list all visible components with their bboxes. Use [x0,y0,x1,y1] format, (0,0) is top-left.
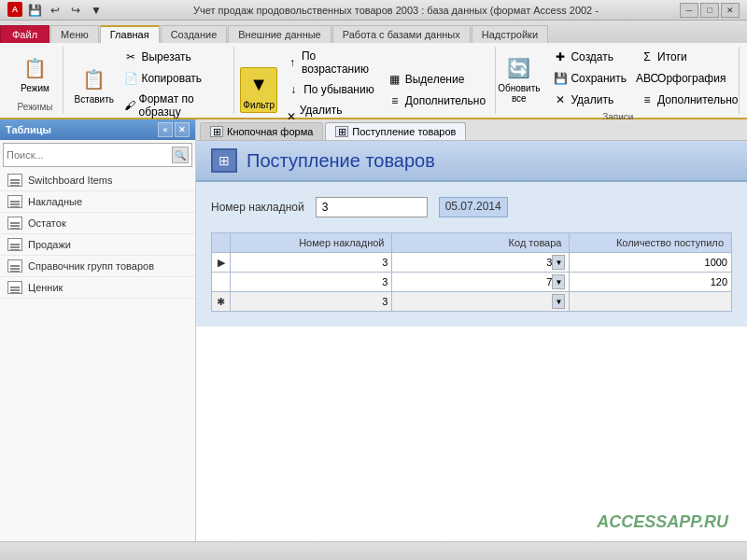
form-header: ⊞ Поступление товаров [196,141,747,182]
code-input-2[interactable] [396,276,552,287]
tab-addons[interactable]: Надстройки [472,25,548,43]
qty-input-2[interactable] [573,276,727,287]
create-icon: ✚ [553,49,568,64]
spelling-icon: АВС [640,71,655,86]
tab-switchboard[interactable]: ⊞ Кнопочная форма [200,122,323,140]
advanced-label: Дополнительно [405,94,486,107]
invoice-cell-1[interactable] [234,257,388,268]
sidebar-item-ostatok[interactable]: Остаток [0,213,195,234]
sidebar-label-switchboard: Switchboard Items [28,175,112,186]
search-button[interactable]: 🔍 [172,147,189,163]
search-input[interactable] [7,149,172,161]
invoice-cell-2[interactable] [234,276,388,287]
tab-file[interactable]: Файл [0,25,49,43]
cut-button[interactable]: ✂ Вырезать [119,47,225,67]
records-group: 🔄 Обновить все ✚ Создать 💾 Сохранить ✕ У… [498,47,740,114]
paste-button[interactable]: 📋 Вставить [73,62,115,107]
invoice-cell-new[interactable] [234,296,388,307]
col-header-invoice: Номер накладной [231,233,392,253]
save-icon: 💾 [553,71,568,86]
minimize-btn[interactable]: ─ [680,3,698,18]
code-dropdown-2: ▼ [396,274,565,289]
row-marker-new: ✱ [212,292,231,312]
sidebar-label-nakladnye: Накладные [28,196,82,207]
mode-label: Режим [21,83,49,93]
paste-label: Вставить [75,94,114,105]
sidebar-item-switchboard[interactable]: Switchboard Items [0,170,195,191]
format-label: Формат по образцу [139,92,221,119]
advanced-button[interactable]: ≡ Дополнительно [383,91,490,111]
copy-button[interactable]: 📄 Копировать [119,68,225,89]
qa-dropdown[interactable]: ▼ [88,2,105,19]
code-arrow-new[interactable]: ▼ [552,294,565,309]
filter-icon: ▼ [244,70,274,100]
invoice-input[interactable] [316,197,428,217]
qa-redo[interactable]: ↪ [67,2,84,19]
totals-icon: Σ [640,49,655,64]
tab-menu[interactable]: Меню [50,25,99,43]
title-text: Учет продаж продовольственных товаров 20… [112,5,680,16]
tab-database[interactable]: Работа с базами данных [332,25,471,43]
qa-save[interactable]: 💾 [26,2,43,19]
copy-icon: 📄 [123,71,138,86]
qty-input-new[interactable] [573,296,727,307]
sidebar-item-cennik[interactable]: Ценник [0,277,195,299]
save-record-button[interactable]: 💾 Сохранить [548,68,631,89]
tab-create[interactable]: Создание [161,25,228,43]
main-area: Таблицы « ✕ 🔍 Switchboard Items Накладны… [0,119,747,541]
format-icon: 🖌 [123,98,135,113]
tab-external[interactable]: Внешние данные [228,25,331,43]
filter-button[interactable]: ▼ Фильтр [240,67,277,113]
delete-record-button[interactable]: ✕ Удалить [548,90,631,110]
tab-postuplenie[interactable]: ⊞ Поступление товаров [325,122,466,140]
qa-undo[interactable]: ↩ [47,2,63,19]
row-marker-2 [212,273,231,292]
paste-icon: 📋 [79,64,109,94]
code-input-new[interactable] [396,296,552,307]
format-button[interactable]: 🖌 Формат по образцу [119,90,225,121]
ribbon-tabs: Файл Меню Главная Создание Внешние данны… [0,21,747,43]
mode-icon: 📋 [21,53,50,83]
date-field: 05.07.2014 [439,197,508,217]
code-arrow-1[interactable]: ▼ [552,255,565,270]
table-icon-spravochnik [7,259,22,273]
tab-label-switchboard: Кнопочная форма [227,126,313,137]
code-dropdown-1: ▼ [396,255,565,270]
table-icon-nakladnye [7,195,22,208]
tab-label-postuplenie: Поступление товаров [352,126,456,137]
refresh-icon: 🔄 [504,53,534,83]
status-bar [0,541,747,560]
title-bar: A 💾 ↩ ↪ ▼ Учет продаж продовольственных … [0,0,747,21]
qty-input-1[interactable] [573,257,727,268]
more-button[interactable]: ≡ Дополнительно [635,90,742,110]
sidebar-icon-1[interactable]: « [158,122,173,137]
col-header-marker [212,233,231,253]
create-label: Создать [571,50,613,63]
create-record-button[interactable]: ✚ Создать [548,47,631,67]
tabs-bar: ⊞ Кнопочная форма ⊞ Поступление товаров [196,119,747,141]
sidebar-item-nakladnye[interactable]: Накладные [0,191,195,213]
selection-button[interactable]: ▦ Выделение [383,69,490,90]
app-icon: A [7,2,22,17]
sidebar-item-prodazhi[interactable]: Продажи [0,234,195,256]
sort-desc-button[interactable]: ↓ По убыванию [281,79,379,100]
tab-home[interactable]: Главная [100,25,160,43]
spelling-button[interactable]: АВС Орфография [635,68,742,89]
code-input-1[interactable] [396,257,552,268]
sort-asc-button[interactable]: ↑ По возрастанию [281,47,379,78]
table-icon-ostatok [7,217,22,230]
totals-button[interactable]: Σ Итоги [635,47,742,67]
sidebar-title: Таблицы [6,124,51,135]
filter-label: Фильтр [243,100,275,110]
maximize-btn[interactable]: □ [700,3,719,18]
selection-label: Выделение [405,73,465,86]
modes-group: 📋 Режим Режимы [7,47,63,114]
mode-button[interactable]: 📋 Режим [16,50,55,96]
form-header-icon: ⊞ [211,148,237,173]
close-btn[interactable]: ✕ [721,3,740,18]
sidebar-item-spravochnik[interactable]: Справочник групп товаров [0,256,195,277]
refresh-button[interactable]: 🔄 Обновить все [493,50,544,106]
sidebar-icon-2[interactable]: ✕ [175,122,190,137]
clipboard-group: 📋 Вставить ✂ Вырезать 📄 Копировать 🖌 Фор… [65,47,234,114]
code-arrow-2[interactable]: ▼ [552,274,565,289]
